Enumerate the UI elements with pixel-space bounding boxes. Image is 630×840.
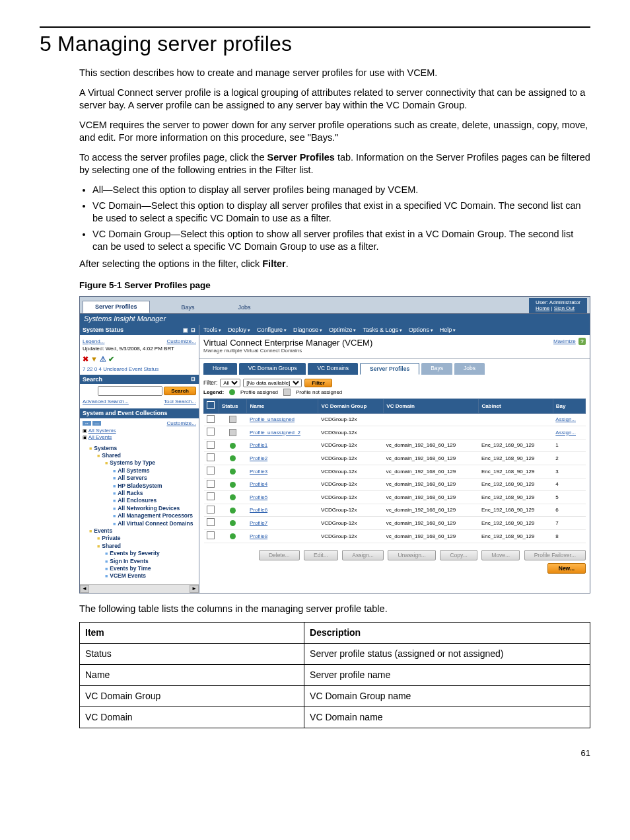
row-checkbox[interactable] [207,531,215,539]
tool-search-link[interactable]: Tool Search... [164,399,196,405]
row-checkbox[interactable] [207,518,215,526]
row-checkbox[interactable] [207,441,215,449]
top-tab-bays[interactable]: Bays [170,302,207,313]
tree-events-time[interactable]: Events by Time [110,565,151,572]
col-cabinet[interactable]: Cabinet [479,399,553,414]
row-checkbox[interactable] [207,467,215,475]
select-all-checkbox[interactable] [207,401,215,409]
top-tab-jobs[interactable]: Jobs [227,302,263,313]
assign-link[interactable]: Assign... [555,416,576,422]
copy-button[interactable]: Copy... [440,550,477,560]
collections-customize-link[interactable]: Customize... [167,420,196,427]
tree-shared[interactable]: Shared [102,452,121,459]
new-button[interactable]: New... [547,563,586,574]
tree-all-servers[interactable]: All Servers [118,475,147,481]
tree-systems-by-type[interactable]: Systems by Type [110,459,155,466]
tree-hp-bladesystem[interactable]: HP BladeSystem [118,482,162,489]
row-checkbox[interactable] [207,506,215,514]
table-row[interactable]: Profile6VCDGroup-12xvc_domain_192_168_60… [204,504,586,517]
advanced-search-link[interactable]: Advanced Search... [83,399,129,405]
customize-link[interactable]: Customize... [167,338,196,345]
tree-all-vc-domains[interactable]: All Virtual Connect Domains [118,520,193,527]
col-name[interactable]: Name [247,399,318,414]
profile-name-link[interactable]: Profile5 [250,494,267,500]
tree-all-enclosures[interactable]: All Enclosures [118,497,157,504]
profile-name-link[interactable]: Profile4 [250,481,267,487]
table-row[interactable]: Profile_unassigned_2VCDGroup-12xAssign..… [204,426,586,439]
profile-name-link[interactable]: Profile7 [250,520,267,526]
row-checkbox[interactable] [207,415,215,423]
menu-options[interactable]: Options [409,326,433,334]
tree-events[interactable]: Events [94,527,112,534]
inner-tab-bays[interactable]: Bays [421,363,452,375]
profile-name-link[interactable]: Profile1 [250,442,267,448]
tree-all-networking[interactable]: All Networking Devices [118,505,180,512]
panel-controls-icon[interactable]: ▣ ⊟ [183,327,196,334]
maximize-link[interactable]: Maximize [553,338,576,344]
signout-link[interactable]: Sign Out [554,305,575,311]
expand-all-icon[interactable]: ↔ [83,421,91,426]
table-row[interactable]: Profile8VCDGroup-12xvc_domain_192_168_60… [204,530,586,543]
profile-name-link[interactable]: Profile6 [250,507,267,513]
inner-tab-server-profiles[interactable]: Server Profiles [360,363,419,375]
col-status[interactable]: Status [219,399,247,414]
home-link[interactable]: Home [536,305,549,311]
edit-button[interactable]: Edit... [304,550,338,560]
horizontal-scrollbar[interactable]: ◄► [80,584,199,593]
table-row[interactable]: Profile_unassignedVCDGroup-12xAssign... [204,413,586,426]
help-icon[interactable]: ? [578,338,586,345]
table-row[interactable]: Profile5VCDGroup-12xvc_domain_192_168_60… [204,491,586,504]
table-row[interactable]: Profile1VCDGroup-12xvc_domain_192_168_60… [204,439,586,452]
search-button[interactable]: Search [164,387,196,395]
tree-all-racks[interactable]: All Racks [118,490,143,496]
inner-tab-vcdg[interactable]: VC Domain Groups [239,363,306,375]
tree-all-mgmt-proc[interactable]: All Management Processors [118,512,193,519]
legend-link[interactable]: Legend... [83,338,104,345]
assign-button[interactable]: Assign... [342,550,384,560]
inner-tab-home[interactable]: Home [203,363,237,375]
search-input[interactable] [98,386,162,396]
tree-vcem-events[interactable]: VCEM Events [110,572,146,579]
filter-select-2[interactable]: [No data available] [243,379,302,387]
tree-shared2[interactable]: Shared [102,543,121,549]
menu-tools[interactable]: Tools [203,326,221,334]
menu-diagnose[interactable]: Diagnose [293,326,322,334]
menu-configure[interactable]: Configure [257,326,287,334]
collapse-all-icon[interactable]: — [92,421,101,426]
row-checkbox[interactable] [207,453,215,461]
filter-select[interactable]: All [220,379,240,387]
failover-button[interactable]: Profile Failover... [524,550,586,560]
col-vcdg[interactable]: VC Domain Group [318,399,384,414]
all-systems-link[interactable]: All Systems [88,428,116,434]
tree-all-systems[interactable]: All Systems [118,467,149,474]
delete-button[interactable]: Delete... [259,550,300,560]
tree-signin-events[interactable]: Sign In Events [110,558,149,564]
menu-optimize[interactable]: Optimize [329,326,356,334]
row-checkbox[interactable] [207,492,215,500]
filter-button[interactable]: Filter [304,379,332,387]
profile-name-link[interactable]: Profile_unassigned [250,416,295,422]
all-events-link[interactable]: All Events [88,434,112,440]
col-vcd[interactable]: VC Domain [384,399,479,414]
tree-events-severity[interactable]: Events by Severity [110,550,160,556]
move-button[interactable]: Move... [481,550,520,560]
tree-systems[interactable]: Systems [94,445,117,451]
assign-link[interactable]: Assign... [555,430,576,436]
top-tab-server-profiles[interactable]: Server Profiles [83,301,150,313]
col-bay[interactable]: Bay [553,399,585,414]
menu-help[interactable]: Help [440,326,456,334]
profile-name-link[interactable]: Profile8 [250,533,267,539]
row-checkbox[interactable] [207,480,215,488]
tree-private[interactable]: Private [102,535,120,541]
table-row[interactable]: Profile7VCDGroup-12xvc_domain_192_168_60… [204,517,586,530]
menu-tasks-logs[interactable]: Tasks & Logs [363,326,402,334]
row-checkbox[interactable] [207,428,215,436]
inner-tab-jobs[interactable]: Jobs [454,363,485,375]
profile-name-link[interactable]: Profile_unassigned_2 [250,430,300,436]
menu-deploy[interactable]: Deploy [228,326,250,334]
table-row[interactable]: Profile2VCDGroup-12xvc_domain_192_168_60… [204,452,586,465]
profile-name-link[interactable]: Profile2 [250,455,267,461]
search-collapse-icon[interactable]: ⊟ [191,376,196,383]
table-row[interactable]: Profile4VCDGroup-12xvc_domain_192_168_60… [204,478,586,491]
unassign-button[interactable]: Unassign... [388,550,436,560]
